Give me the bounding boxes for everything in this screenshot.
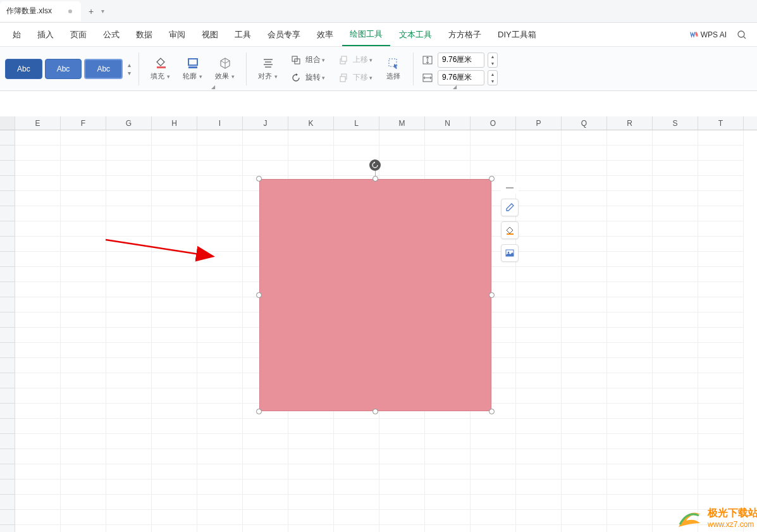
cell[interactable] [106,206,152,221]
cell[interactable] [425,479,471,495]
cell[interactable] [698,464,744,479]
cell[interactable] [61,237,106,252]
cell[interactable] [653,206,698,221]
cell[interactable] [15,464,61,479]
cell[interactable] [334,130,379,145]
cell[interactable] [15,282,61,297]
cell[interactable] [288,419,334,434]
cell[interactable] [562,373,607,388]
cell[interactable] [152,495,197,510]
col-header[interactable]: I [197,116,243,130]
cell[interactable] [152,404,197,419]
cell[interactable] [197,282,243,297]
cell[interactable] [562,206,607,221]
cell[interactable] [197,206,243,221]
cell[interactable] [516,404,562,419]
cell[interactable] [379,130,425,145]
cell[interactable] [152,373,197,388]
cell[interactable] [61,510,106,525]
cell[interactable] [106,130,152,145]
cell[interactable] [425,525,471,532]
cell[interactable] [562,176,607,191]
cell[interactable] [0,434,15,449]
cell[interactable] [562,145,607,161]
cell[interactable] [106,282,152,297]
cell[interactable] [562,130,607,145]
cell[interactable] [516,282,562,297]
menu-drawing-tools[interactable]: 绘图工具 [342,23,390,46]
cell[interactable] [243,495,288,510]
menu-tools[interactable]: 工具 [227,23,259,46]
cell[interactable] [698,252,744,267]
resize-handle-ml[interactable] [256,292,262,298]
group-button[interactable]: 组合 [286,52,329,68]
cell[interactable] [288,130,334,145]
cell[interactable] [15,495,61,510]
cell[interactable] [288,510,334,525]
cell[interactable] [562,297,607,312]
cell[interactable] [516,525,562,532]
cell[interactable] [516,388,562,404]
cell[interactable] [516,252,562,267]
cell[interactable] [106,267,152,282]
menu-diy[interactable]: DIY工具箱 [490,23,544,46]
cell[interactable] [15,479,61,495]
rotate-button[interactable]: 旋转 [286,70,329,86]
col-header[interactable]: M [379,116,425,130]
cell[interactable] [0,161,15,176]
cell[interactable] [61,206,106,221]
cell[interactable] [562,252,607,267]
cell[interactable] [562,388,607,404]
cell[interactable] [197,510,243,525]
cell[interactable] [61,434,106,449]
width-spinner[interactable]: ▲▼ [488,70,498,85]
cell[interactable] [698,191,744,206]
cell[interactable] [516,312,562,328]
cell[interactable] [334,145,379,161]
cell[interactable] [0,373,15,388]
cell[interactable] [15,206,61,221]
cell[interactable] [61,252,106,267]
cell[interactable] [471,161,516,176]
add-tab-button[interactable]: + [83,4,99,19]
cell[interactable] [288,434,334,449]
cell[interactable] [15,145,61,161]
cell[interactable] [562,419,607,434]
cell[interactable] [61,297,106,312]
col-header[interactable]: F [61,116,106,130]
cell[interactable] [0,388,15,404]
cell[interactable] [607,328,653,343]
col-header[interactable]: K [288,116,334,130]
cell[interactable] [197,343,243,358]
cell[interactable] [106,176,152,191]
cell[interactable] [61,449,106,464]
cell[interactable] [516,176,562,191]
cell[interactable] [152,510,197,525]
cell[interactable] [106,358,152,373]
cell[interactable] [653,297,698,312]
width-input[interactable] [438,70,484,85]
size-group-expand[interactable]: ◢ [453,84,457,90]
cell[interactable] [516,206,562,221]
cell[interactable] [653,267,698,282]
cell[interactable] [0,419,15,434]
cell[interactable] [152,358,197,373]
cell[interactable] [152,206,197,221]
cell[interactable] [698,373,744,388]
cell[interactable] [516,221,562,237]
cell[interactable] [152,130,197,145]
cell[interactable] [379,145,425,161]
cell[interactable] [562,267,607,282]
cell[interactable] [698,449,744,464]
cell[interactable] [0,525,15,532]
cell[interactable] [562,343,607,358]
cell[interactable] [0,191,15,206]
menu-page[interactable]: 页面 [63,23,94,46]
cell[interactable] [653,312,698,328]
cell[interactable] [106,525,152,532]
cell[interactable] [653,419,698,434]
cell[interactable] [243,525,288,532]
cell[interactable] [15,130,61,145]
cell[interactable] [334,464,379,479]
cell[interactable] [516,161,562,176]
